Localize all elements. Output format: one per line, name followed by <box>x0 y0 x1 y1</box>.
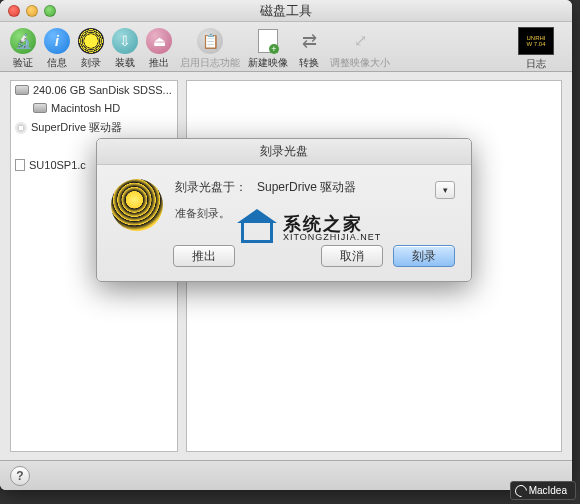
macidea-badge: MacIdea <box>510 481 576 500</box>
toolbar-eject[interactable]: ⏏ 推出 <box>146 28 172 70</box>
statusbar: ? <box>0 460 572 490</box>
cancel-button[interactable]: 取消 <box>321 245 383 267</box>
hdd-icon <box>15 85 29 95</box>
microscope-icon: 🔬 <box>10 28 36 54</box>
toolbar-convert[interactable]: ⇄ 转换 <box>296 28 322 70</box>
optical-icon <box>15 122 27 134</box>
burn-to-label: 刻录光盘于： <box>175 179 247 196</box>
window-title: 磁盘工具 <box>0 2 572 20</box>
sheet-title: 刻录光盘 <box>97 139 471 165</box>
burn-drive-name: SuperDrive 驱动器 <box>257 179 356 196</box>
toolbar-burn[interactable]: 刻录 <box>78 28 104 70</box>
toolbar-info[interactable]: i 信息 <box>44 28 70 70</box>
burn-icon <box>111 179 163 231</box>
hdd-icon <box>33 103 47 113</box>
preparing-label: 准备刻录。 <box>175 206 453 221</box>
sidebar-item-volume[interactable]: Macintosh HD <box>11 99 177 117</box>
toolbar: 🔬 验证 i 信息 刻录 ⇩ 装载 ⏏ 推出 📋 启用日志功能 新建映像 ⇄ <box>0 22 572 72</box>
resize-icon: ⤢ <box>347 28 373 54</box>
sidebar-item-superdrive[interactable]: SuperDrive 驱动器 <box>11 117 177 138</box>
burn-sheet: 刻录光盘 刻录光盘于： SuperDrive 驱动器 准备刻录。 ▾ 系 <box>96 138 472 282</box>
journal-icon: 📋 <box>197 28 223 54</box>
sidebar-item-disk[interactable]: 240.06 GB SanDisk SDSS... <box>11 81 177 99</box>
toolbar-verify[interactable]: 🔬 验证 <box>10 28 36 70</box>
toolbar-new-image[interactable]: 新建映像 <box>248 28 288 70</box>
toolbar-log[interactable]: UNRHI W 7.04 日志 <box>518 27 554 71</box>
disk-utility-window: 磁盘工具 🔬 验证 i 信息 刻录 ⇩ 装载 ⏏ 推出 📋 启用日志功能 新建映 <box>0 0 572 490</box>
help-button[interactable]: ? <box>10 466 30 486</box>
new-image-icon <box>255 28 281 54</box>
toolbar-journal: 📋 启用日志功能 <box>180 28 240 70</box>
convert-icon: ⇄ <box>296 28 322 54</box>
titlebar: 磁盘工具 <box>0 0 572 22</box>
burn-button[interactable]: 刻录 <box>393 245 455 267</box>
burn-icon <box>78 28 104 54</box>
toolbar-resize: ⤢ 调整映像大小 <box>330 28 390 70</box>
disk-image-icon <box>15 159 25 171</box>
eject-icon: ⏏ <box>146 28 172 54</box>
options-dropdown-button[interactable]: ▾ <box>435 181 455 199</box>
toolbar-mount[interactable]: ⇩ 装载 <box>112 28 138 70</box>
eject-button[interactable]: 推出 <box>173 245 235 267</box>
info-icon: i <box>44 28 70 54</box>
mount-icon: ⇩ <box>112 28 138 54</box>
log-icon: UNRHI W 7.04 <box>518 27 554 55</box>
